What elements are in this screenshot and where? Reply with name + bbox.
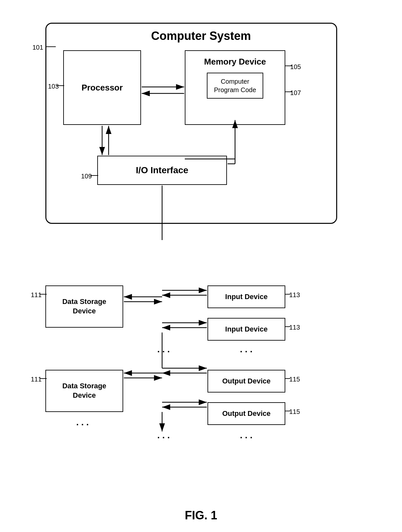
external-arrows: [26, 272, 383, 467]
dots-output-far-right: · · ·: [240, 433, 253, 442]
computer-program-label: ComputerProgram Code: [214, 78, 256, 93]
ref-107-line: [285, 91, 292, 92]
dots-output-right: · · ·: [157, 433, 170, 442]
ref-107: 107: [290, 89, 301, 97]
ref-101: 101: [32, 44, 43, 51]
computer-system-title: Computer System: [26, 29, 376, 43]
ref-103-line: [56, 85, 64, 86]
dots-input-right: · · ·: [240, 347, 253, 356]
ref-109: 109: [81, 173, 92, 180]
memory-device-title: Memory Device: [204, 57, 266, 67]
ref-109-line: [90, 175, 98, 176]
processor-label: Processor: [81, 83, 123, 93]
memory-device-box: Memory Device ComputerProgram Code: [185, 50, 285, 125]
io-interface-box: I/O Interface: [97, 156, 227, 185]
fig-label: FIG. 1: [0, 509, 402, 522]
ref-103: 103: [48, 83, 59, 90]
dots-storage: · · ·: [76, 420, 89, 429]
ref-105: 105: [290, 63, 301, 71]
processor-box: Processor: [63, 50, 141, 125]
dots-input: · · ·: [157, 347, 170, 356]
io-interface-label: I/O Interface: [136, 165, 188, 175]
ref-105-line: [285, 66, 292, 66]
computer-program-code-box: ComputerProgram Code: [207, 73, 263, 99]
ref-101-line: [46, 46, 56, 47]
diagram-container: Computer System 101 Processor 103 Memory…: [26, 13, 376, 506]
